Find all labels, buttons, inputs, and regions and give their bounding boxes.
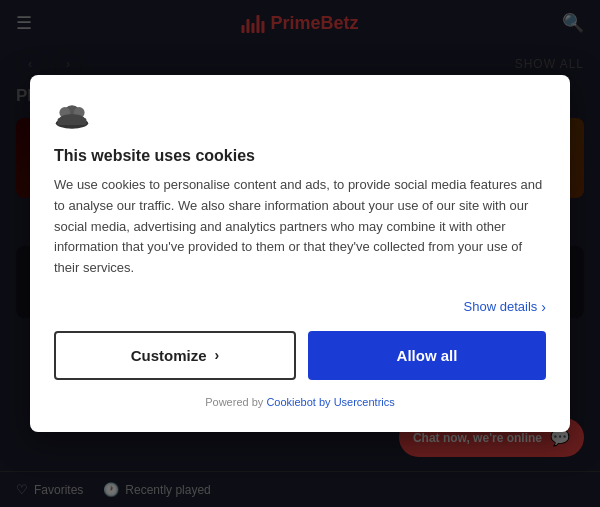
cookie-dialog-body: We use cookies to personalise content an… xyxy=(54,175,546,279)
customize-chevron-icon: › xyxy=(215,347,220,363)
show-details-row: Show details › xyxy=(54,299,546,315)
overlay: This website uses cookies We use cookies… xyxy=(0,0,600,507)
cookie-buttons-row: Customize › Allow all xyxy=(54,331,546,380)
app-background: ☰ PrimeBetz 🔍 ‹ › SHOW ALL Play More Tha… xyxy=(0,0,600,507)
allow-all-label: Allow all xyxy=(397,347,458,364)
powered-by-row: Powered by Cookiebot by Usercentrics xyxy=(54,396,546,408)
svg-point-5 xyxy=(59,114,84,123)
powered-by-link-text: Cookiebot by Usercentrics xyxy=(266,396,394,408)
cookie-dialog-title: This website uses cookies xyxy=(54,147,546,165)
cookiebot-icon xyxy=(54,103,90,131)
show-details-chevron-icon: › xyxy=(541,299,546,315)
show-details-button[interactable]: Show details › xyxy=(464,299,546,315)
cookiebot-logo xyxy=(54,99,90,135)
customize-button[interactable]: Customize › xyxy=(54,331,296,380)
powered-by-text: Powered by xyxy=(205,396,263,408)
cookie-dialog: This website uses cookies We use cookies… xyxy=(30,75,570,432)
powered-by-link[interactable]: Cookiebot by Usercentrics xyxy=(266,396,394,408)
allow-all-button[interactable]: Allow all xyxy=(308,331,546,380)
show-details-label: Show details xyxy=(464,299,538,314)
customize-label: Customize xyxy=(131,347,207,364)
